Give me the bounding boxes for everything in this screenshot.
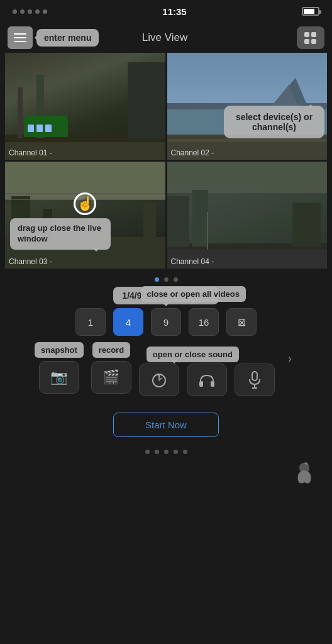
headphone-button[interactable]: open or close sound — [187, 364, 227, 396]
page-indicator — [0, 269, 332, 287]
bottom-page-indicator — [0, 442, 332, 457]
chevron-right-icon: › — [288, 352, 292, 365]
status-bar: 11:35 — [0, 0, 332, 23]
svg-line-2 — [157, 374, 159, 375]
drag-tooltip: drag up close the live window — [10, 218, 111, 250]
page-dot-1 — [155, 277, 159, 282]
headphone-icon — [198, 372, 216, 387]
action-row: snapshot 📷 record 🎬 — [0, 341, 332, 402]
timer-button[interactable] — [139, 364, 179, 396]
select-device-tooltip: select device(s) or channel(s) — [224, 106, 324, 138]
bottom-dot-3 — [164, 450, 169, 454]
close-all-tooltip: close or open all videos — [141, 286, 246, 302]
enter-menu-tooltip: enter menu — [36, 29, 99, 47]
page-title: Live View — [142, 31, 187, 44]
bottom-dot-1 — [145, 450, 150, 454]
split-4-button[interactable]: 4 — [113, 308, 143, 336]
record-tooltip: record — [92, 342, 130, 358]
start-now-button[interactable]: Start Now — [113, 413, 219, 437]
headphone-wrap: open or close sound — [187, 342, 227, 396]
channel-2-label: Channel 02 - — [171, 148, 214, 157]
page-dot-3 — [174, 277, 178, 282]
hamburger-icon — [14, 33, 26, 42]
logo-icon: نایل — [292, 462, 317, 484]
record-icon: 🎬 — [102, 369, 119, 386]
close-all-icon: ⊠ — [238, 316, 246, 328]
svg-rect-6 — [199, 381, 203, 387]
snapshot-wrap: snapshot 📷 — [35, 342, 84, 394]
video-cell-4[interactable]: Channel 04 - — [167, 162, 328, 269]
mic-icon — [248, 371, 261, 389]
record-wrap: record 🎬 — [91, 342, 131, 394]
battery-icon — [302, 7, 319, 16]
sound-tooltip: open or close sound — [147, 347, 239, 362]
logo-wrap: نایل — [0, 457, 332, 492]
channel-1-label: Channel 01 - — [9, 148, 52, 157]
header: enter menu Live View — [0, 23, 332, 53]
snapshot-button[interactable]: 📷 — [39, 361, 79, 394]
bottom-dot-5 — [183, 450, 187, 454]
split-16-button[interactable]: 16 — [189, 308, 219, 336]
split-1-button[interactable]: 1 — [75, 308, 106, 336]
menu-button[interactable] — [8, 26, 33, 49]
video-grid: Channel 01 - Channel 02 - — [5, 53, 327, 269]
bottom-dot-4 — [174, 450, 178, 454]
svg-rect-8 — [252, 372, 257, 380]
device-select-button[interactable] — [297, 26, 324, 49]
snapshot-tooltip: snapshot — [35, 342, 84, 358]
split-9-button[interactable]: 9 — [151, 308, 181, 336]
time-display: 11:35 — [162, 6, 186, 17]
timer-icon — [150, 371, 168, 389]
split-row: 1 4 9 16 ⊠ close or open all videos — [0, 308, 332, 341]
bottom-dot-2 — [155, 450, 159, 454]
channel-4-label: Channel 04 - — [171, 257, 214, 266]
signal-dots — [13, 9, 47, 14]
page-dot-2 — [164, 277, 169, 282]
svg-line-3 — [159, 374, 162, 375]
close-all-button[interactable]: ⊠ close or open all videos — [226, 308, 257, 336]
app-logo: نایل — [289, 459, 319, 487]
start-wrap: Start Now — [0, 402, 332, 442]
camera-icon: 📷 — [50, 369, 67, 386]
drag-pointer-icon: ☝ — [74, 192, 96, 216]
record-button[interactable]: 🎬 — [91, 361, 131, 394]
mic-button[interactable] — [235, 364, 275, 396]
mic-wrap — [235, 342, 275, 396]
channel-3-label: Channel 03 - — [9, 257, 52, 266]
video-cell-3[interactable]: ☝ drag up close the live window Channel … — [5, 162, 165, 269]
more-button[interactable]: › — [282, 342, 297, 375]
video-cell-1[interactable]: Channel 01 - — [5, 53, 165, 160]
svg-rect-7 — [211, 381, 214, 387]
